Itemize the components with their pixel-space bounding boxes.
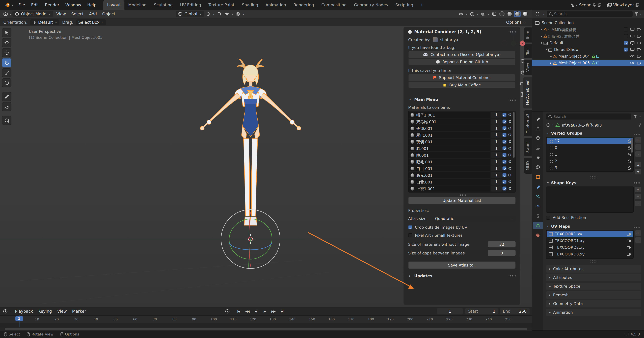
outliner-row-defaultshow[interactable]: ▾ DefaultShow: [532, 46, 644, 53]
list-resize-dots-icon[interactable]: [458, 193, 466, 196]
material-settings-icon[interactable]: ⚙: [507, 166, 512, 171]
outliner-row-meshobject-004[interactable]: ▸ MeshObject.004: [532, 53, 644, 60]
material-include-checkbox[interactable]: [502, 120, 506, 124]
snap-settings-button[interactable]: [224, 11, 230, 17]
move-group-down-button[interactable]: ▼: [635, 169, 641, 175]
shading-solid-button[interactable]: [506, 11, 513, 17]
tab-material[interactable]: [534, 231, 542, 239]
tab-physics[interactable]: [534, 202, 542, 210]
material-include-checkbox[interactable]: [502, 140, 506, 144]
panel-menu-dots-icon[interactable]: [634, 132, 641, 135]
orientation-setting-dropdown[interactable]: Default ⌄: [30, 19, 60, 25]
material-layer-field[interactable]: 1: [491, 166, 502, 171]
monitor-icon[interactable]: [630, 41, 634, 45]
camera-icon[interactable]: [626, 232, 631, 236]
filter-icon[interactable]: [634, 115, 637, 118]
collapsed-section-header[interactable]: ▸ Texture Space: [546, 283, 641, 290]
add-shape-key-button[interactable]: +: [635, 186, 641, 192]
material-settings-icon[interactable]: ⚙: [507, 146, 512, 151]
workspace-tab[interactable]: Rendering: [290, 0, 318, 10]
panel-drag-dots-icon[interactable]: [508, 31, 516, 33]
crop-checkbox-row[interactable]: Crop outside images by UV: [408, 225, 516, 230]
list-resize-dots-icon[interactable]: [590, 260, 598, 263]
viewport-menu-item[interactable]: Object: [100, 11, 118, 17]
timeline-menu-item[interactable]: Playback: [12, 308, 36, 314]
material-name-field[interactable]: 帽子1.001: [409, 112, 490, 118]
topbar-menu-item[interactable]: Window: [62, 1, 84, 8]
topbar-menu-item[interactable]: Render: [42, 1, 62, 8]
tool-measure[interactable]: [2, 102, 12, 111]
tab-viewlayer[interactable]: [534, 144, 542, 151]
add-rest-position-row[interactable]: Add Rest Position: [546, 215, 641, 220]
material-settings-icon[interactable]: ⚙: [507, 119, 512, 124]
material-name-field[interactable]: 上衣1.001: [409, 185, 490, 191]
workspace-tab[interactable]: Shading: [238, 0, 262, 10]
material-row[interactable]: 高光.001 1 ⚙: [409, 172, 512, 178]
topbar-menu-item[interactable]: File: [15, 1, 28, 8]
pixel-art-checkbox[interactable]: [408, 233, 412, 237]
shape-key-specials-button[interactable]: ⌄: [635, 200, 641, 207]
workspace-tab[interactable]: Modeling: [124, 0, 150, 10]
current-frame-field[interactable]: 1: [437, 308, 463, 314]
material-name-field[interactable]: 双马尾.001: [409, 119, 490, 125]
camera-icon[interactable]: [626, 246, 631, 249]
topbar-menu-item[interactable]: Edit: [28, 1, 42, 8]
playback-button[interactable]: ▶: [261, 308, 268, 314]
vertex-group-row[interactable]: 1: [547, 151, 633, 158]
pin-icon[interactable]: [593, 3, 596, 7]
material-name-field[interactable]: 头绳.001: [409, 125, 490, 131]
tab-modifiers[interactable]: [534, 183, 542, 190]
editor-type-button[interactable]: [2, 11, 9, 17]
workspace-tab[interactable]: Geometry Nodes: [350, 0, 392, 10]
timeline-menu-item[interactable]: Keying: [36, 308, 55, 314]
material-layer-field[interactable]: 1: [491, 112, 502, 118]
lock-open-icon[interactable]: [628, 146, 631, 150]
material-layer-field[interactable]: 1: [491, 172, 502, 178]
material-include-checkbox[interactable]: [502, 180, 506, 184]
camera-icon[interactable]: [637, 48, 641, 51]
save-atlas-button[interactable]: Save Atlas to..: [408, 262, 516, 269]
uv-maps-header[interactable]: ▾ UV Maps: [546, 224, 641, 229]
material-settings-icon[interactable]: ⚙: [507, 153, 512, 157]
material-settings-icon[interactable]: ⚙: [507, 186, 512, 191]
vertex-group-specials-button[interactable]: ⌄: [635, 151, 641, 157]
properties-search[interactable]: [546, 114, 632, 120]
mode-dropdown[interactable]: Object Mode ⌄: [12, 11, 53, 17]
exclude-checkbox[interactable]: [624, 27, 628, 31]
collapsed-section-header[interactable]: ▸ Color Attributes: [546, 265, 641, 273]
shape-keys-header[interactable]: ▾ Shape Keys: [546, 180, 641, 185]
object-icon[interactable]: [546, 123, 550, 127]
material-row[interactable]: 双马尾.001 1 ⚙: [409, 118, 512, 125]
properties-search-input[interactable]: [554, 114, 629, 119]
expand-arrow-icon[interactable]: ▾: [540, 41, 544, 44]
outliner-row-scene-collection[interactable]: Scene Collection: [532, 19, 644, 26]
tab-constraints[interactable]: [534, 212, 542, 219]
material-row[interactable]: 瞳.001 1 ⚙: [409, 152, 512, 158]
rotate-gizmo[interactable]: [214, 202, 288, 276]
material-name-field[interactable]: 尾巴.001: [409, 132, 490, 138]
coffee-button[interactable]: Buy Me a Coffee: [408, 81, 516, 88]
current-frame-badge[interactable]: 1: [16, 316, 23, 321]
workspace-tab[interactable]: Layout: [104, 0, 124, 10]
material-layer-field[interactable]: 1: [491, 152, 502, 158]
tool-rotate[interactable]: [2, 58, 12, 67]
tool-annotate[interactable]: [2, 92, 12, 101]
add-rest-position-checkbox[interactable]: [546, 216, 550, 220]
material-layer-field[interactable]: 1: [491, 139, 502, 145]
frame-end-field[interactable]: End 250: [500, 308, 530, 314]
material-row[interactable]: 睫毛.001 1 ⚙: [409, 158, 512, 165]
tool-move[interactable]: [2, 48, 12, 57]
material-layer-field[interactable]: 1: [491, 119, 502, 125]
snap-toggle-button[interactable]: [216, 11, 222, 17]
viewport-menu-item[interactable]: View: [54, 11, 68, 17]
tab-object[interactable]: [534, 173, 542, 180]
gaps-field[interactable]: 0: [488, 250, 516, 256]
tool-cursor[interactable]: [2, 38, 12, 47]
material-settings-icon[interactable]: ⚙: [507, 126, 512, 131]
workspace-tab[interactable]: Texture Paint: [205, 0, 238, 10]
sidebar-tab[interactable]: Tool: [524, 44, 532, 58]
material-row[interactable]: 脸.001 1 ⚙: [409, 145, 512, 152]
camera-icon[interactable]: [637, 28, 641, 31]
material-layer-field[interactable]: 1: [491, 145, 502, 151]
outliner-row-mmd-backup[interactable]: ▸ 4 MMD模型备份: [532, 26, 644, 33]
